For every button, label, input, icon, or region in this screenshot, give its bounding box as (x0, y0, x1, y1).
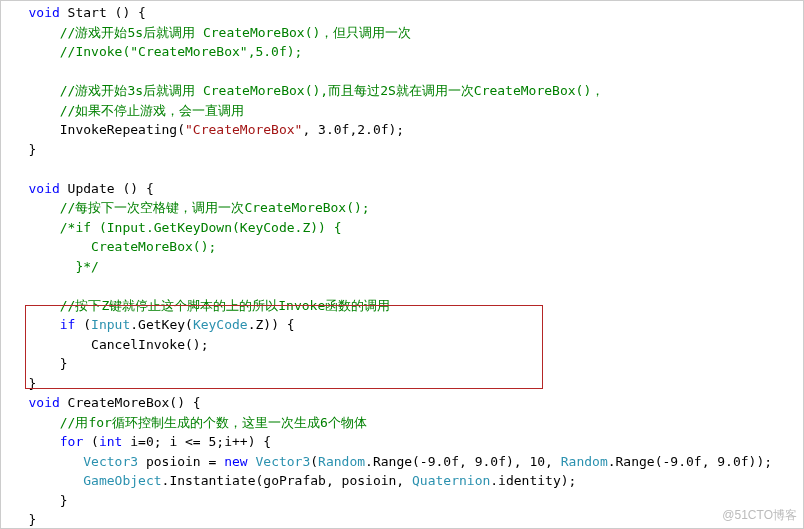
comment: //每按下一次空格键，调用一次CreateMoreBox(); (60, 200, 370, 215)
type-vector3: Vector3 (255, 454, 310, 469)
code-text: .Range(-9.0f, 9.0f)); (608, 454, 772, 469)
comment: }*/ (60, 259, 99, 274)
code-text: .Range(-9.0f, 9.0f), 10, (365, 454, 561, 469)
brace: } (60, 493, 68, 508)
comment: //如果不停止游戏，会一直调用 (60, 103, 245, 118)
code-text: CancelInvoke(); (91, 337, 208, 352)
comment: //游戏开始3s后就调用 CreateMoreBox(),而且每过2S就在调用一… (60, 83, 604, 98)
type-quaternion: Quaternion (412, 473, 490, 488)
method-update: Update () { (60, 181, 154, 196)
comment: //按下Z键就停止这个脚本的上的所以Invoke函数的调用 (60, 298, 390, 313)
code-block: void Start () { //游戏开始5s后就调用 CreateMoreB… (1, 1, 803, 529)
code-text: posioin = (138, 454, 224, 469)
watermark: @51CTO博客 (722, 507, 797, 524)
code-text: ( (310, 454, 318, 469)
code-text: , 3.0f,2.0f); (302, 122, 404, 137)
keyword-void: void (28, 395, 59, 410)
type-random: Random (561, 454, 608, 469)
type-input: Input (91, 317, 130, 332)
brace: } (28, 512, 36, 527)
keyword-if: if (60, 317, 76, 332)
brace: } (28, 376, 36, 391)
brace: } (28, 142, 36, 157)
code-text: InvokeRepeating( (60, 122, 185, 137)
code-text: .Z)) { (248, 317, 295, 332)
keyword-int: int (99, 434, 122, 449)
comment: //游戏开始5s后就调用 CreateMoreBox()，但只调用一次 (60, 25, 412, 40)
type-vector3: Vector3 (83, 454, 138, 469)
comment: /*if (Input.GetKeyDown(KeyCode.Z)) { (60, 220, 342, 235)
type-keycode: KeyCode (193, 317, 248, 332)
string-literal: "CreateMoreBox" (185, 122, 302, 137)
code-text: .identity); (490, 473, 576, 488)
method-createmorebox: CreateMoreBox() { (60, 395, 201, 410)
code-text: .Instantiate(goPrafab, posioin, (162, 473, 412, 488)
code-text: ( (75, 317, 91, 332)
code-text: ( (83, 434, 99, 449)
method-start: Start () { (60, 5, 146, 20)
comment: //Invoke("CreateMoreBox",5.0f); (60, 44, 303, 59)
keyword-for: for (60, 434, 83, 449)
comment: //用for循环控制生成的个数，这里一次生成6个物体 (60, 415, 367, 430)
code-text: .GetKey( (130, 317, 193, 332)
type-random: Random (318, 454, 365, 469)
keyword-void: void (28, 5, 59, 20)
brace: } (60, 356, 68, 371)
keyword-void: void (28, 181, 59, 196)
comment: CreateMoreBox(); (60, 239, 217, 254)
keyword-new: new (224, 454, 247, 469)
code-text: i=0; i <= 5;i++) { (122, 434, 271, 449)
type-gameobject: GameObject (83, 473, 161, 488)
